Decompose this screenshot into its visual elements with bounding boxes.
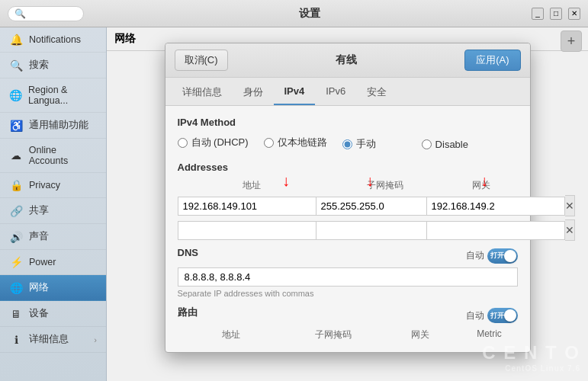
radio-link-local-input[interactable]	[264, 138, 274, 148]
notifications-icon: 🔔	[9, 34, 23, 46]
sidebar-label-details: 详细信息	[29, 333, 69, 346]
address-input-1[interactable]	[178, 197, 316, 216]
tab-ipv6[interactable]: IPv6	[315, 81, 356, 105]
maximize-button[interactable]: □	[550, 8, 562, 20]
sidebar-label-devices: 设备	[29, 307, 49, 320]
search-bar[interactable]: 🔍	[8, 6, 84, 21]
watermark-line1: C E N T O	[482, 342, 580, 364]
tab-details[interactable]: 详细信息	[172, 81, 233, 105]
sidebar-item-devices[interactable]: 🖥 设备	[0, 301, 106, 327]
content-area: 网络 + 取消(C) 有线 应用(A) 详细信息 身份 IPv4	[107, 27, 588, 381]
dialog-header: 取消(C) 有线 应用(A)	[165, 43, 530, 78]
subnet-input-2[interactable]	[316, 221, 426, 240]
search-icon: 🔍	[9, 59, 23, 72]
radio-auto-dhcp-input[interactable]	[178, 138, 188, 148]
network-icon: 🌐	[9, 282, 23, 294]
tab-identity[interactable]: 身份	[233, 81, 274, 105]
sound-icon: 🔊	[9, 231, 23, 243]
delete-address-1-button[interactable]: ✕	[565, 195, 575, 216]
dns-input[interactable]	[178, 267, 518, 287]
sidebar: 🔔 Notifications 🔍 搜索 🌐 Region & Langua..…	[0, 27, 107, 381]
minimize-button[interactable]: _	[532, 8, 544, 20]
dialog-title: 有线	[228, 53, 465, 67]
dns-hint: Separate IP addresses with commas	[178, 289, 518, 298]
col-gateway-label: 网关	[445, 179, 518, 192]
details-icon: ℹ	[9, 334, 23, 346]
watermark-line2: CentOS Linux 7.6	[482, 364, 580, 373]
sidebar-label-accessibility: 通用辅助功能	[29, 119, 88, 132]
radio-link-local[interactable]: 仅本地链路	[264, 134, 327, 151]
sidebar-label-power: Power	[29, 257, 56, 267]
sidebar-item-online-accounts[interactable]: ☁ Online Accounts	[0, 139, 106, 173]
addresses-label: Addresses	[178, 162, 518, 173]
sidebar-item-privacy[interactable]: 🔒 Privacy	[0, 173, 106, 198]
col-address-label: 地址	[178, 179, 326, 192]
title-text: 设置	[299, 7, 320, 19]
radio-manual-input[interactable]	[342, 139, 352, 149]
gateway-input-2[interactable]	[426, 221, 565, 240]
dns-auto-toggle[interactable]: 自动 打开	[466, 248, 518, 264]
region-icon: 🌐	[9, 89, 22, 101]
gateway-input-1[interactable]	[426, 197, 565, 216]
route-toggle-switch[interactable]: 打开	[487, 308, 518, 323]
address-row-1: ✕	[178, 195, 518, 216]
ipv4-method-row2: 手动 Disable	[342, 137, 468, 151]
search-icon: 🔍	[14, 8, 26, 19]
radio-disable-label: Disable	[435, 139, 468, 150]
dialog-ipv4-content: IPv4 Method 自动 (DHCP) 仅本地链路	[165, 106, 530, 352]
sidebar-label-notifications: Notifications	[29, 34, 81, 45]
delete-address-2-button[interactable]: ✕	[565, 219, 575, 241]
address-input-2[interactable]	[178, 221, 316, 240]
radio-disable-input[interactable]	[422, 139, 432, 149]
cancel-button[interactable]: 取消(C)	[175, 50, 228, 71]
ipv4-method-label: IPv4 Method	[178, 117, 518, 128]
sidebar-label-search: 搜索	[29, 59, 49, 72]
sidebar-item-accessibility[interactable]: ♿ 通用辅助功能	[0, 113, 106, 139]
radio-disable[interactable]: Disable	[422, 137, 468, 151]
close-button[interactable]: ✕	[568, 8, 580, 20]
address-row-2: ✕	[178, 219, 518, 241]
radio-manual[interactable]: 手动	[342, 137, 376, 151]
tab-ipv4[interactable]: IPv4	[274, 81, 316, 105]
dns-auto-label: 自动	[466, 249, 484, 262]
privacy-icon: 🔒	[9, 179, 23, 191]
route-toggle-knob	[504, 309, 516, 322]
dialog-tabs: 详细信息 身份 IPv4 IPv6 安全	[165, 78, 530, 106]
online-accounts-icon: ☁	[9, 149, 23, 162]
watermark: C E N T O CentOS Linux 7.6	[482, 342, 580, 373]
radio-auto-dhcp[interactable]: 自动 (DHCP)	[178, 134, 249, 151]
sidebar-item-region[interactable]: 🌐 Region & Langua...	[0, 78, 106, 113]
sidebar-item-power[interactable]: ⚡ Power	[0, 250, 106, 275]
dns-toggle-switch[interactable]: 打开	[487, 248, 518, 264]
sidebar-label-privacy: Privacy	[29, 180, 60, 190]
route-column-headers: 地址 子网掩码 网关 Metric	[178, 328, 518, 341]
sidebar-item-network[interactable]: 🌐 网络	[0, 275, 106, 301]
window-controls: _ □ ✕	[504, 8, 580, 20]
route-section-header: 路由 自动 打开	[178, 306, 518, 325]
route-col-subnet: 子网掩码	[288, 328, 379, 341]
dns-toggle-on-label: 打开	[490, 251, 504, 261]
subnet-input-1[interactable]	[316, 197, 426, 216]
search-input[interactable]	[29, 8, 82, 19]
sidebar-label-region: Region & Langua...	[28, 85, 97, 106]
title-bar: 🔍 设置 _ □ ✕	[0, 0, 588, 27]
devices-icon: 🖥	[9, 308, 23, 320]
sidebar-item-sound[interactable]: 🔊 声音	[0, 224, 106, 250]
sidebar-item-notifications[interactable]: 🔔 Notifications	[0, 27, 106, 53]
main-window: 🔍 设置 _ □ ✕ 🔔 Notifications 🔍 搜索 🌐	[0, 0, 588, 381]
dns-toggle-knob	[504, 250, 516, 262]
sidebar-label-network: 网络	[29, 281, 49, 294]
sidebar-label-sound: 声音	[29, 230, 49, 243]
window-title: 设置	[114, 7, 504, 21]
tab-security[interactable]: 安全	[356, 81, 397, 105]
dialog-overlay: 取消(C) 有线 应用(A) 详细信息 身份 IPv4 IPv6 安全	[107, 27, 588, 381]
sidebar-item-details[interactable]: ℹ 详细信息 ›	[0, 327, 106, 353]
route-auto-toggle[interactable]: 自动 打开	[466, 308, 518, 323]
sidebar-item-search[interactable]: 🔍 搜索	[0, 53, 106, 78]
title-bar-left: 🔍	[8, 6, 114, 21]
power-icon: ⚡	[9, 256, 23, 268]
sidebar-item-sharing[interactable]: 🔗 共享	[0, 198, 106, 224]
route-auto-label: 自动	[466, 309, 484, 322]
apply-button[interactable]: 应用(A)	[464, 50, 520, 71]
route-label: 路由	[178, 306, 198, 319]
